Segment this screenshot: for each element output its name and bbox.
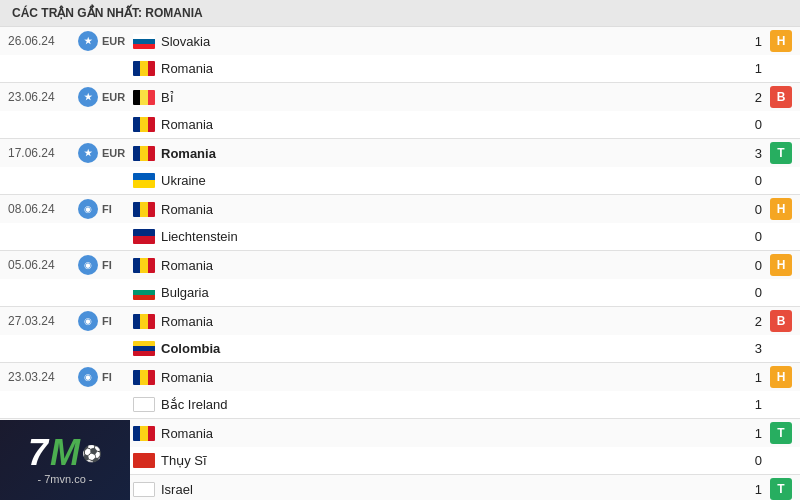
- comp-label: EUR: [102, 147, 125, 159]
- team1-info: Romania: [133, 146, 740, 161]
- fi-comp-icon: ◉: [78, 367, 98, 387]
- comp-label: EUR: [102, 91, 125, 103]
- match-row-top: 23.06.24 ★ EUR Bỉ 2 B: [0, 83, 800, 111]
- team1-score: 3: [740, 146, 770, 161]
- team2-flag: [133, 173, 155, 188]
- eur-comp-icon: ★: [78, 87, 98, 107]
- team2-flag: [133, 397, 155, 412]
- team2-info: Thụy Sĩ: [133, 453, 740, 468]
- result-badge: H: [770, 30, 792, 52]
- team2-info: Romania: [133, 117, 740, 132]
- result-badge: T: [770, 142, 792, 164]
- team1-name: Romania: [161, 202, 213, 217]
- team1-info: Romania: [133, 370, 740, 385]
- team1-score: 1: [740, 34, 770, 49]
- team2-score: 3: [740, 341, 770, 356]
- match-row-top: 05.06.24 ◉ FI Romania 0 H: [0, 251, 800, 279]
- match-row-bottom: Liechtenstein 0: [0, 223, 800, 251]
- team2-score: 1: [740, 397, 770, 412]
- team2-name: Thụy Sĩ: [161, 453, 207, 468]
- match-comp: ★ EUR: [78, 31, 133, 51]
- result-badge: H: [770, 198, 792, 220]
- match-row-bottom: Romania 1: [0, 55, 800, 83]
- result-badge: H: [770, 366, 792, 388]
- comp-label: FI: [102, 259, 112, 271]
- team2-flag: [133, 285, 155, 300]
- team1-flag: [133, 370, 155, 385]
- team1-name: Romania: [161, 258, 213, 273]
- team2-flag: [133, 453, 155, 468]
- team2-score: 0: [740, 453, 770, 468]
- team1-name: Bỉ: [161, 90, 174, 105]
- team2-name: Liechtenstein: [161, 229, 238, 244]
- match-date: 27.03.24: [8, 314, 78, 328]
- team1-flag: [133, 314, 155, 329]
- team2-name: Bulgaria: [161, 285, 209, 300]
- team2-info: Romania: [133, 61, 740, 76]
- match-row-top: 27.03.24 ◉ FI Romania 2 B: [0, 307, 800, 335]
- team1-name: Romania: [161, 314, 213, 329]
- team1-name: Slovakia: [161, 34, 210, 49]
- eur-comp-icon: ★: [78, 31, 98, 51]
- team1-info: Romania: [133, 258, 740, 273]
- match-date: 05.06.24: [8, 258, 78, 272]
- logo-ball-icon: ⚽: [82, 444, 102, 463]
- match-row-top: 17.06.24 ★ EUR Romania 3 T: [0, 139, 800, 167]
- team1-score: 1: [740, 482, 770, 497]
- logo-overlay: 7 M ⚽ - 7mvn.co -: [0, 420, 130, 500]
- team1-name: Romania: [161, 146, 216, 161]
- team2-info: Ukraine: [133, 173, 740, 188]
- eur-comp-icon: ★: [78, 143, 98, 163]
- team1-info: Romania: [133, 314, 740, 329]
- team1-flag: [133, 426, 155, 441]
- team1-score: 1: [740, 426, 770, 441]
- result-badge: T: [770, 478, 792, 500]
- result-badge: H: [770, 254, 792, 276]
- fi-comp-icon: ◉: [78, 199, 98, 219]
- logo-7: 7: [28, 435, 48, 471]
- match-row-top: 23.03.24 ◉ FI Romania 1 H: [0, 363, 800, 391]
- team1-flag: [133, 258, 155, 273]
- team2-score: 0: [740, 117, 770, 132]
- match-row-top: 26.06.24 ★ EUR Slovakia 1 H: [0, 27, 800, 55]
- team1-name: Israel: [161, 482, 193, 497]
- team2-flag: [133, 61, 155, 76]
- team1-flag: [133, 34, 155, 49]
- team1-info: Israel: [133, 482, 740, 497]
- result-badge: B: [770, 86, 792, 108]
- team1-flag: [133, 146, 155, 161]
- team1-score: 2: [740, 90, 770, 105]
- team2-name: Bắc Ireland: [161, 397, 228, 412]
- match-comp: ◉ FI: [78, 255, 133, 275]
- fi-comp-icon: ◉: [78, 255, 98, 275]
- logo-url: - 7mvn.co -: [28, 473, 102, 485]
- result-badge: T: [770, 422, 792, 444]
- team1-flag: [133, 202, 155, 217]
- team1-score: 0: [740, 258, 770, 273]
- match-comp: ◉ FI: [78, 311, 133, 331]
- comp-label: FI: [102, 371, 112, 383]
- team2-score: 0: [740, 229, 770, 244]
- match-row-bottom: Ukraine 0: [0, 167, 800, 195]
- team1-info: Bỉ: [133, 90, 740, 105]
- team2-name: Romania: [161, 117, 213, 132]
- comp-label: FI: [102, 203, 112, 215]
- match-row-bottom: Bulgaria 0: [0, 279, 800, 307]
- match-comp: ★ EUR: [78, 87, 133, 107]
- match-row-bottom: Bắc Ireland 1: [0, 391, 800, 419]
- match-row-bottom: Romania 0: [0, 111, 800, 139]
- section-header: CÁC TRẬN GẦN NHẤT: ROMANIA: [0, 0, 800, 27]
- match-date: 23.03.24: [8, 370, 78, 384]
- team2-flag: [133, 117, 155, 132]
- team1-name: Romania: [161, 370, 213, 385]
- match-comp: ◉ FI: [78, 367, 133, 387]
- team2-name: Romania: [161, 61, 213, 76]
- team2-flag: [133, 229, 155, 244]
- team2-name: Colombia: [161, 341, 220, 356]
- team2-info: Bắc Ireland: [133, 397, 740, 412]
- team2-name: Ukraine: [161, 173, 206, 188]
- team2-score: 0: [740, 173, 770, 188]
- match-date: 23.06.24: [8, 90, 78, 104]
- match-comp: ◉ FI: [78, 199, 133, 219]
- match-row-bottom: Colombia 3: [0, 335, 800, 363]
